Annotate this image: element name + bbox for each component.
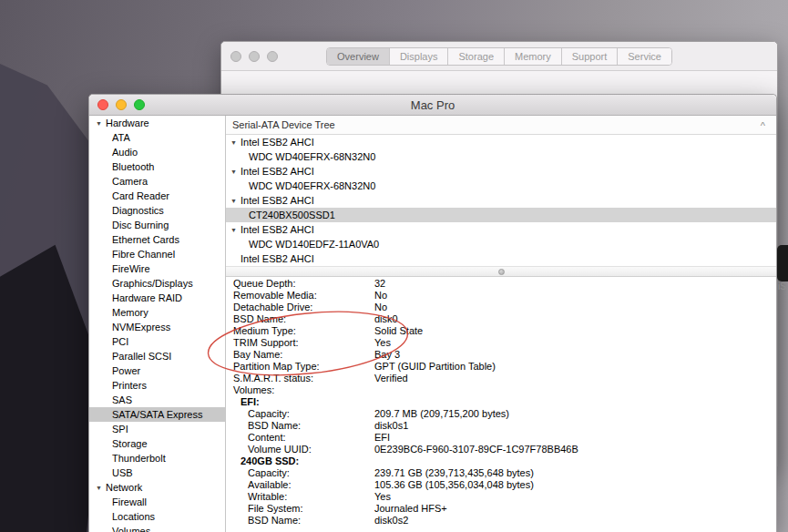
sidebar-item-bluetooth[interactable]: Bluetooth [89, 159, 225, 174]
detail-value: Yes [374, 337, 391, 349]
detail-key: Detachable Drive: [226, 302, 312, 313]
device-label: Intel ESB2 AHCI [240, 166, 314, 177]
sidebar-item-card-reader[interactable]: Card Reader [89, 189, 225, 203]
device-tree-row[interactable]: ▼Intel ESB2 AHCI [226, 164, 776, 179]
sidebar-item-power[interactable]: Power [89, 363, 225, 378]
detail-value: disk0 [374, 313, 398, 325]
sidebar-item-sas[interactable]: SAS [89, 393, 225, 407]
device-tree-row[interactable]: ▼Intel ESB2 AHCI [226, 222, 776, 237]
device-label: WDC WD40EFRX-68N32N0 [249, 151, 375, 162]
minimize-button[interactable] [249, 51, 260, 62]
detail-value: Yes [374, 491, 391, 503]
tab-service[interactable]: Service [617, 48, 671, 65]
disclosure-triangle-icon[interactable]: ▼ [96, 481, 106, 496]
sidebar-item-diagnostics[interactable]: Diagnostics [89, 203, 225, 218]
tab-memory[interactable]: Memory [504, 48, 561, 65]
device-tree-row[interactable]: WDC WD40EFRX-68N32N0 [226, 179, 776, 193]
disclosure-triangle-icon[interactable]: ▼ [230, 223, 240, 238]
sidebar-item-firewire[interactable]: FireWire [89, 261, 225, 276]
detail-key: Available: [226, 479, 292, 491]
detail-row: Content:EFI [226, 432, 776, 444]
sidebar-section-network[interactable]: ▼Network [89, 480, 225, 495]
detail-key: BSD Name: [226, 420, 301, 432]
sidebar-item-thunderbolt[interactable]: Thunderbolt [89, 451, 225, 466]
disclosure-triangle-icon[interactable]: ▼ [230, 136, 240, 150]
pane-splitter[interactable] [226, 266, 776, 277]
sidebar-item-firewall[interactable]: Firewall [89, 495, 225, 509]
sort-ascending-icon[interactable]: ^ [761, 117, 765, 135]
disclosure-triangle-icon[interactable]: ▼ [230, 194, 240, 209]
tab-storage[interactable]: Storage [447, 48, 504, 65]
detail-row: Volumes: [226, 384, 776, 396]
about-tabs: OverviewDisplaysStorageMemorySupportServ… [326, 47, 672, 66]
sidebar-item-fibre-channel[interactable]: Fibre Channel [89, 247, 225, 261]
titlebar[interactable]: Mac Pro [89, 95, 776, 116]
sidebar-section-hardware[interactable]: ▼Hardware [89, 116, 225, 130]
device-tree-row[interactable]: WDC WD140EDFZ-11A0VA0 [226, 237, 776, 251]
tab-overview[interactable]: Overview [327, 48, 389, 65]
detail-value: No [374, 302, 387, 313]
detail-value: 209.7 MB (209,715,200 bytes) [374, 408, 509, 420]
sidebar-item-parallel-scsi[interactable]: Parallel SCSI [89, 349, 225, 363]
device-tree-row[interactable]: ▼Intel ESB2 AHCI [226, 135, 776, 149]
zoom-button[interactable] [134, 99, 145, 110]
detail-value: Bay 3 [374, 349, 400, 361]
disclosure-triangle-icon[interactable]: ▼ [230, 165, 240, 179]
sidebar-item-nvmexpress[interactable]: NVMExpress [89, 320, 225, 334]
detail-row: Removable Media:No [226, 290, 776, 302]
sidebar-item-locations[interactable]: Locations [89, 509, 225, 524]
detail-row: Bay Name:Bay 3 [226, 349, 776, 361]
detail-key: File System: [226, 503, 303, 515]
detail-row: Detachable Drive:No [226, 302, 776, 313]
system-information-window[interactable]: Mac Pro ▼HardwareATAAudioBluetoothCamera… [88, 94, 777, 532]
sidebar-item-ethernet-cards[interactable]: Ethernet Cards [89, 232, 225, 247]
device-tree-row[interactable]: CT240BX500SSD1 [226, 208, 776, 222]
detail-value: 0E239BC6-F960-3107-89CF-1C97F78BB46B [374, 444, 578, 455]
sidebar-item-hardware-raid[interactable]: Hardware RAID [89, 291, 225, 305]
tab-support[interactable]: Support [561, 48, 618, 65]
device-tree-row[interactable]: ▼Intel ESB2 AHCI [226, 193, 776, 208]
sidebar-item-disc-burning[interactable]: Disc Burning [89, 218, 225, 232]
window-content: ▼HardwareATAAudioBluetoothCameraCard Rea… [89, 116, 776, 532]
sidebar-item-pci[interactable]: PCI [89, 334, 225, 349]
detail-row: Queue Depth:32 [226, 278, 776, 290]
device-tree: ▼Intel ESB2 AHCIWDC WD40EFRX-68N32N0▼Int… [226, 135, 776, 266]
zoom-button[interactable] [267, 51, 278, 62]
minimize-button[interactable] [116, 99, 127, 110]
sidebar-item-usb[interactable]: USB [89, 466, 225, 480]
device-label: WDC WD140EDFZ-11A0VA0 [249, 239, 379, 250]
detail-row: Available:105.36 GB (105,356,034,048 byt… [226, 479, 776, 491]
window-title: Mac Pro [89, 95, 776, 116]
sidebar-item-ata[interactable]: ATA [89, 130, 225, 145]
details-pane: Queue Depth:32Removable Media:NoDetachab… [226, 277, 776, 532]
sidebar-item-camera[interactable]: Camera [89, 174, 225, 189]
sidebar-item-printers[interactable]: Printers [89, 378, 225, 393]
close-button[interactable] [230, 51, 241, 62]
tab-displays[interactable]: Displays [389, 48, 448, 65]
detail-row: Medium Type:Solid State [226, 325, 776, 337]
device-label: Intel ESB2 AHCI [240, 137, 314, 148]
sidebar-item-audio[interactable]: Audio [89, 145, 225, 159]
device-tree-row[interactable]: Intel ESB2 AHCI [226, 251, 776, 266]
detail-key: BSD Name: [226, 515, 301, 527]
list-header[interactable]: Serial-ATA Device Tree ^ [226, 116, 776, 135]
sidebar-item-sata-sata-express[interactable]: SATA/SATA Express [89, 407, 225, 422]
detail-key: Volumes: [226, 384, 274, 396]
desktop-icon-fragment[interactable] [777, 245, 788, 281]
disclosure-triangle-icon[interactable]: ▼ [96, 117, 106, 131]
detail-value: Verified [374, 373, 408, 384]
sidebar-item-spi[interactable]: SPI [89, 422, 225, 436]
sidebar-item-storage[interactable]: Storage [89, 436, 225, 451]
sidebar-item-graphics-displays[interactable]: Graphics/Displays [89, 276, 225, 291]
detail-value: 105.36 GB (105,356,034,048 bytes) [374, 479, 534, 491]
close-button[interactable] [97, 99, 108, 110]
window-controls [230, 42, 278, 70]
sidebar-item-memory[interactable]: Memory [89, 305, 225, 320]
detail-value: Solid State [374, 325, 423, 337]
device-tree-row[interactable]: WDC WD40EFRX-68N32N0 [226, 149, 776, 164]
detail-key: Capacity: [226, 408, 290, 420]
sidebar-item-volumes[interactable]: Volumes [89, 524, 225, 532]
detail-key: TRIM Support: [226, 337, 299, 349]
detail-key: Content: [226, 432, 286, 444]
detail-key: EFI: [226, 396, 260, 408]
